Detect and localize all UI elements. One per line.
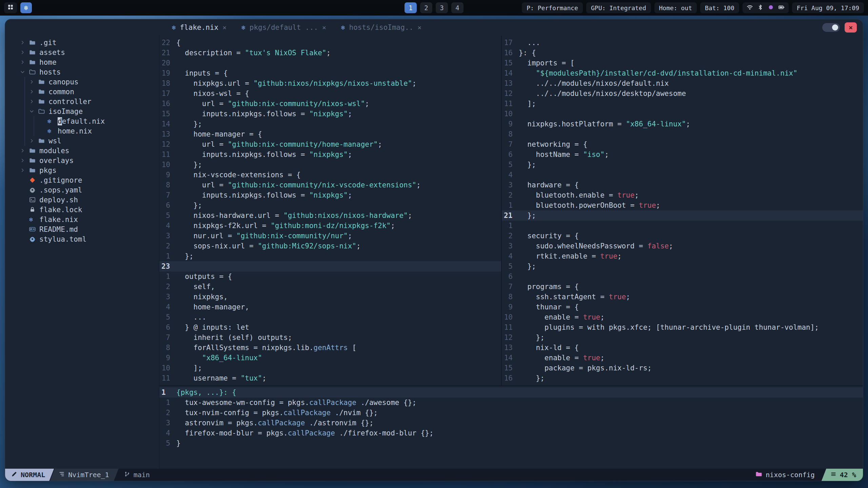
- code-line[interactable]: 1 bluetooth.powerOnBoot = true;: [502, 200, 863, 210]
- code-line[interactable]: 7 inherit (self) outputs;: [159, 332, 501, 343]
- close-icon[interactable]: ×: [417, 23, 421, 32]
- tree-item[interactable]: stylua.toml: [5, 234, 159, 244]
- code-line[interactable]: 15 inputs.nixpkgs.follows = "nixpkgs";: [159, 109, 501, 119]
- code-line[interactable]: 21 description = "tux's NixOS Flake";: [159, 48, 501, 58]
- code-line[interactable]: 8 url = "github:nix-community/nix-vscode…: [159, 180, 501, 190]
- tab-hosts-isoimage[interactable]: ❄ hosts/isoImag.. ×: [334, 19, 429, 36]
- code-line[interactable]: 10: [502, 109, 863, 119]
- code-line[interactable]: 6 };: [159, 200, 501, 210]
- tree-item[interactable]: home: [5, 57, 159, 67]
- code-line[interactable]: 4 firefox-mod-blur = pkgs.callPackage ./…: [159, 428, 863, 438]
- code-line[interactable]: 20: [159, 58, 501, 68]
- code-line[interactable]: 22{: [159, 38, 501, 48]
- code-line[interactable]: 17 ...: [502, 38, 863, 48]
- tree-item[interactable]: ❄home.nix: [5, 126, 159, 136]
- chevron-down-icon[interactable]: [20, 69, 29, 75]
- code-line[interactable]: 13 ../../modules/nixos/default.nix: [502, 78, 863, 88]
- workspace-1[interactable]: 1: [405, 2, 417, 13]
- code-line[interactable]: 10 enable = true;: [502, 312, 863, 322]
- chevron-right-icon[interactable]: [29, 79, 38, 84]
- code-line[interactable]: 11 plugins = with pkgs.xfce; [thunar-arc…: [502, 322, 863, 332]
- code-line[interactable]: 14 "${modulesPath}/installer/cd-dvd/inst…: [502, 68, 863, 78]
- code-line[interactable]: 21 };: [502, 210, 863, 221]
- tree-item[interactable]: canopus: [5, 77, 159, 87]
- tree-item[interactable]: .sops.yaml: [5, 185, 159, 195]
- code-line[interactable]: 9 thunar = {: [502, 302, 863, 312]
- tree-item[interactable]: .git: [5, 38, 159, 47]
- tree-item[interactable]: assets: [5, 47, 159, 57]
- code-line[interactable]: 14 enable = true;: [502, 353, 863, 363]
- code-line[interactable]: 15 imports = [: [502, 58, 863, 68]
- code-line[interactable]: 11 inputs.nixpkgs.follows = "nixpkgs";: [159, 149, 501, 160]
- code-line[interactable]: 7 networking = {: [502, 139, 863, 149]
- chevron-right-icon[interactable]: [29, 99, 38, 104]
- code-line[interactable]: 3 astronvim = pkgs.callPackage ./astronv…: [159, 418, 863, 428]
- chevron-right-icon[interactable]: [20, 168, 29, 173]
- workspace-4[interactable]: 4: [451, 2, 463, 13]
- tree-item[interactable]: modules: [5, 146, 159, 156]
- tree-item[interactable]: pkgs: [5, 165, 159, 175]
- tree-item[interactable]: controller: [5, 97, 159, 106]
- code-line[interactable]: 5 nixos-hardware.url = "github:nixos/nix…: [159, 210, 501, 221]
- code-line[interactable]: 8: [502, 129, 863, 139]
- code-line[interactable]: 2 self,: [159, 282, 501, 292]
- code-line[interactable]: 12 url = "github:nix-community/home-mana…: [159, 139, 501, 149]
- chevron-right-icon[interactable]: [20, 60, 29, 65]
- code-line[interactable]: 5 };: [502, 160, 863, 170]
- tree-item[interactable]: wsl: [5, 136, 159, 146]
- chevron-down-icon[interactable]: [29, 109, 38, 114]
- chevron-right-icon[interactable]: [20, 158, 29, 163]
- code-line[interactable]: 8 ssh.startAgent = true;: [502, 292, 863, 302]
- code-line[interactable]: 12 ../../modules/nixos/desktop/awesome: [502, 88, 863, 99]
- code-line[interactable]: 6 hostName = "iso";: [502, 149, 863, 160]
- code-line[interactable]: 9 nix-vscode-extensions = {: [159, 170, 501, 180]
- code-line[interactable]: 7 inputs.nixpkgs.follows = "nixpkgs";: [159, 190, 501, 200]
- tree-item[interactable]: overlays: [5, 156, 159, 165]
- code-line[interactable]: 3 nixpkgs,: [159, 292, 501, 302]
- editor-flake-nix[interactable]: 22{21 description = "tux's NixOS Flake";…: [159, 36, 501, 385]
- chevron-right-icon[interactable]: [29, 89, 38, 94]
- tree-item[interactable]: ❄default.nix: [5, 116, 159, 126]
- code-line[interactable]: 1 };: [159, 251, 501, 261]
- code-line[interactable]: 16}: {: [502, 48, 863, 58]
- tab-pkgs-default-nix[interactable]: ❄ pkgs/default ... ×: [234, 19, 334, 36]
- code-line[interactable]: 6 } @ inputs: let: [159, 322, 501, 332]
- close-icon[interactable]: ×: [322, 23, 326, 32]
- chevron-right-icon[interactable]: [20, 148, 29, 153]
- code-line[interactable]: 3 hardware = {: [502, 180, 863, 190]
- code-line[interactable]: 1 outputs = {: [159, 271, 501, 282]
- code-line[interactable]: 18 nixpkgs.url = "github:nixos/nixpkgs/n…: [159, 78, 501, 88]
- launcher-button[interactable]: [4, 2, 17, 13]
- code-line[interactable]: 12 };: [502, 332, 863, 343]
- code-line[interactable]: 2 security = {: [502, 231, 863, 241]
- code-line[interactable]: 1: [502, 221, 863, 231]
- code-line[interactable]: 10 ];: [159, 363, 501, 373]
- code-line[interactable]: 5 ...: [159, 312, 501, 322]
- code-line[interactable]: 13 home-manager = {: [159, 129, 501, 139]
- code-line[interactable]: 4 rtkit.enable = true;: [502, 251, 863, 261]
- tree-item[interactable]: deploy.sh: [5, 195, 159, 205]
- tree-item[interactable]: hosts: [5, 67, 159, 77]
- code-line[interactable]: 14 };: [159, 119, 501, 129]
- editor-pkgs-default-nix[interactable]: 1{pkgs, ...}: {1 tux-awesome-wm-config =…: [159, 386, 863, 448]
- code-line[interactable]: 17 nixos-wsl = {: [159, 88, 501, 99]
- code-line[interactable]: 7 programs = {: [502, 282, 863, 292]
- code-line[interactable]: 1 tux-awesome-wm-config = pkgs.callPacka…: [159, 398, 863, 408]
- tab-flake-nix[interactable]: ❄ flake.nix ×: [164, 19, 234, 36]
- code-line[interactable]: 9 nixpkgs.hostPlatform = "x86_64-linux";: [502, 119, 863, 129]
- code-line[interactable]: 5 };: [502, 261, 863, 271]
- workspace-2[interactable]: 2: [420, 2, 432, 13]
- code-line[interactable]: 3 sudo.wheelNeedsPassword = false;: [502, 241, 863, 251]
- tree-item[interactable]: ❄flake.nix: [5, 215, 159, 224]
- editor-iso-default-nix[interactable]: 17 ...16}: {15 imports = [14 "${modulesP…: [502, 36, 863, 385]
- code-line[interactable]: 16 };: [502, 373, 863, 383]
- code-line[interactable]: 4 nixpkgs-f2k.url = "github:moni-dz/nixp…: [159, 221, 501, 231]
- code-line[interactable]: 3 nur.url = "github:nix-community/nur";: [159, 231, 501, 241]
- code-line[interactable]: 19 inputs = {: [159, 68, 501, 78]
- code-line[interactable]: 11 username = "tux";: [159, 373, 501, 383]
- close-icon[interactable]: ×: [222, 23, 226, 32]
- code-line[interactable]: 13 nix-ld = {: [502, 343, 863, 353]
- code-line[interactable]: 23: [159, 261, 501, 271]
- code-line[interactable]: 5}: [159, 438, 863, 448]
- code-line[interactable]: 4: [502, 170, 863, 180]
